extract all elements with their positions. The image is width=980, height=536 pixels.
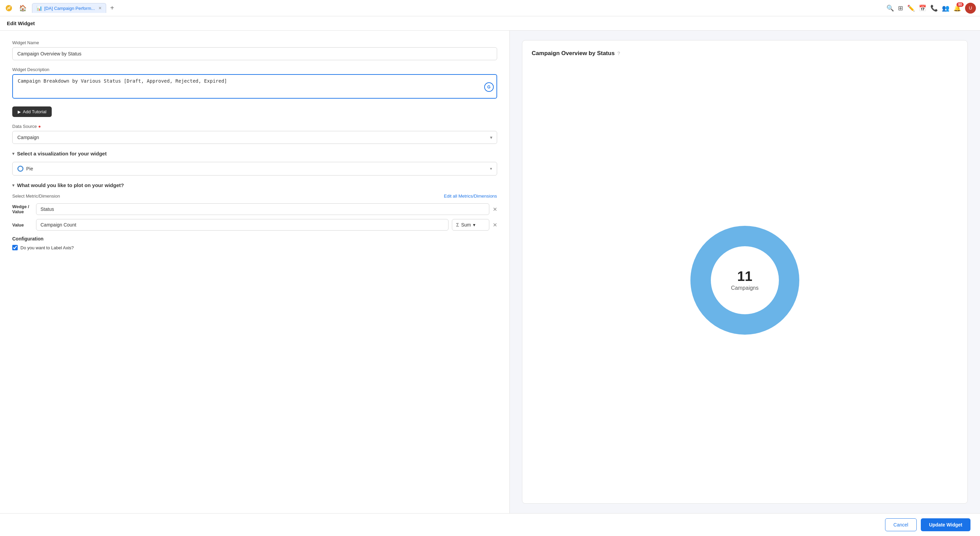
content-area: Widget Name Widget Description G ▶ Add T… <box>0 31 980 513</box>
metrics-title: Select Metric/Dimension <box>12 193 60 198</box>
video-icon: ▶ <box>18 109 21 114</box>
tutorial-group: ▶ Add Tutorial <box>12 106 497 117</box>
nav-icon-group: 🔍 ⊞ ✏️ 📅 📞 👥 🔔 90 U <box>886 3 976 14</box>
data-source-label: Data Source ● <box>12 124 497 129</box>
bell-icon[interactable]: 🔔 90 <box>953 5 961 12</box>
notification-badge: 90 <box>956 2 964 7</box>
value-row: Value Σ Sum ▾ ✕ <box>12 219 497 231</box>
widget-description-label: Widget Description <box>12 67 497 72</box>
page: Edit Widget Widget Name Widget Descripti… <box>0 16 980 536</box>
tab-close-icon[interactable]: ✕ <box>98 6 102 11</box>
viz-select-wrap: Pie ▾ <box>12 162 497 176</box>
pie-chart-icon <box>18 166 24 172</box>
viz-section-header[interactable]: ▾ Select a visualization for your widget <box>12 151 497 157</box>
footer: Cancel Update Widget <box>0 513 980 536</box>
viz-select-dropdown[interactable]: Pie ▾ <box>12 162 497 176</box>
donut-chart: 11 Campaigns <box>690 226 799 335</box>
page-title: Edit Widget <box>7 21 35 26</box>
data-source-select-wrap: Campaign ▾ <box>12 131 497 144</box>
preview-card: Campaign Overview by Status ? 11 Campaig… <box>522 40 968 504</box>
plot-chevron-icon: ▾ <box>12 183 14 188</box>
edit-metrics-link[interactable]: Edit all Metrics/Dimensions <box>444 193 497 198</box>
edit-icon[interactable]: ✏️ <box>907 5 915 12</box>
donut-center: 11 Campaigns <box>731 270 759 291</box>
config-title: Configuration <box>12 236 497 241</box>
right-panel: Campaign Overview by Status ? 11 Campaig… <box>510 31 980 513</box>
donut-count: 11 <box>731 270 759 283</box>
label-axis-checkbox[interactable] <box>12 245 18 250</box>
widget-description-group: Widget Description G <box>12 67 497 100</box>
agg-label: Sum <box>461 222 471 228</box>
wedge-label: Wedge / Value <box>12 204 33 214</box>
nav-tabs: 📊 [DA] Campaign Perform... ✕ <box>32 3 106 13</box>
viz-select-group: Pie ▾ <box>12 162 497 176</box>
wedge-row: Wedge / Value ✕ <box>12 203 497 215</box>
plot-section-title: What would you like to plot on your widg… <box>17 182 124 188</box>
add-tab-button[interactable]: + <box>109 3 116 13</box>
sigma-icon: Σ <box>456 222 460 228</box>
aggregation-select[interactable]: Σ Sum ▾ <box>452 219 489 231</box>
widget-name-label: Widget Name <box>12 40 497 45</box>
campaign-count-input[interactable] <box>36 219 449 231</box>
page-header: Edit Widget <box>0 16 980 31</box>
grid-icon[interactable]: ⊞ <box>898 5 903 12</box>
description-textarea-wrap: G <box>12 74 497 100</box>
donut-label: Campaigns <box>731 285 759 291</box>
widget-description-input[interactable] <box>12 74 497 98</box>
label-axis-text: Do you want to Label Axis? <box>21 245 74 250</box>
top-nav: 🏠 📊 [DA] Campaign Perform... ✕ + 🔍 ⊞ ✏️ … <box>0 0 980 16</box>
active-tab[interactable]: 📊 [DA] Campaign Perform... ✕ <box>32 3 106 13</box>
viz-chevron-icon: ▾ <box>490 166 492 171</box>
help-icon[interactable]: ? <box>617 51 620 56</box>
users-icon[interactable]: 👥 <box>942 5 950 12</box>
donut-chart-wrap: 11 Campaigns <box>532 63 958 496</box>
remove-value-icon[interactable]: ✕ <box>493 222 497 228</box>
grammarly-icon: G <box>484 82 494 92</box>
update-widget-button[interactable]: Update Widget <box>921 518 970 531</box>
viz-label: Pie <box>26 166 490 171</box>
preview-title-row: Campaign Overview by Status ? <box>532 50 958 57</box>
data-source-select[interactable]: Campaign <box>12 131 497 144</box>
user-avatar[interactable]: U <box>965 3 976 14</box>
app-logo <box>4 3 14 13</box>
calendar-icon[interactable]: 📅 <box>919 5 926 12</box>
widget-name-input[interactable] <box>12 47 497 60</box>
metrics-section: Select Metric/Dimension Edit all Metrics… <box>12 193 497 250</box>
chevron-icon: ▾ <box>12 151 14 156</box>
cancel-button[interactable]: Cancel <box>885 518 917 531</box>
config-row: Do you want to Label Axis? <box>12 245 497 250</box>
search-icon[interactable]: 🔍 <box>886 5 894 12</box>
tab-chart-icon: 📊 <box>37 5 42 11</box>
agg-chevron-icon: ▾ <box>473 222 476 228</box>
phone-icon[interactable]: 📞 <box>930 5 938 12</box>
add-tutorial-button[interactable]: ▶ Add Tutorial <box>12 106 52 117</box>
viz-section-title: Select a visualization for your widget <box>17 151 107 157</box>
config-section: Configuration Do you want to Label Axis? <box>12 236 497 250</box>
tutorial-label: Add Tutorial <box>23 109 46 114</box>
data-source-group: Data Source ● Campaign ▾ <box>12 124 497 144</box>
plot-section-header[interactable]: ▾ What would you like to plot on your wi… <box>12 182 497 188</box>
home-icon[interactable]: 🏠 <box>16 3 29 13</box>
remove-wedge-icon[interactable]: ✕ <box>493 206 497 212</box>
widget-name-group: Widget Name <box>12 40 497 60</box>
wedge-input[interactable] <box>36 203 489 215</box>
value-label: Value <box>12 222 33 228</box>
tab-title: [DA] Campaign Perform... <box>44 6 95 11</box>
preview-title: Campaign Overview by Status <box>532 50 615 57</box>
metrics-header: Select Metric/Dimension Edit all Metrics… <box>12 193 497 198</box>
required-indicator: ● <box>38 124 41 129</box>
left-panel: Widget Name Widget Description G ▶ Add T… <box>0 31 510 513</box>
